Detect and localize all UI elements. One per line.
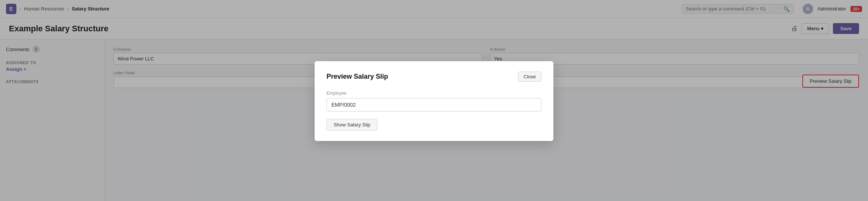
modal-title: Preview Salary Slip xyxy=(327,73,388,81)
modal-overlay[interactable]: Preview Salary Slip Close Employee Show … xyxy=(0,0,868,201)
modal-dialog: Preview Salary Slip Close Employee Show … xyxy=(315,61,553,141)
close-button[interactable]: Close xyxy=(518,72,541,82)
employee-label: Employee xyxy=(327,91,541,96)
modal-header: Preview Salary Slip Close xyxy=(327,72,541,82)
employee-input[interactable] xyxy=(327,98,541,112)
show-salary-slip-button[interactable]: Show Salary Slip xyxy=(327,119,377,131)
